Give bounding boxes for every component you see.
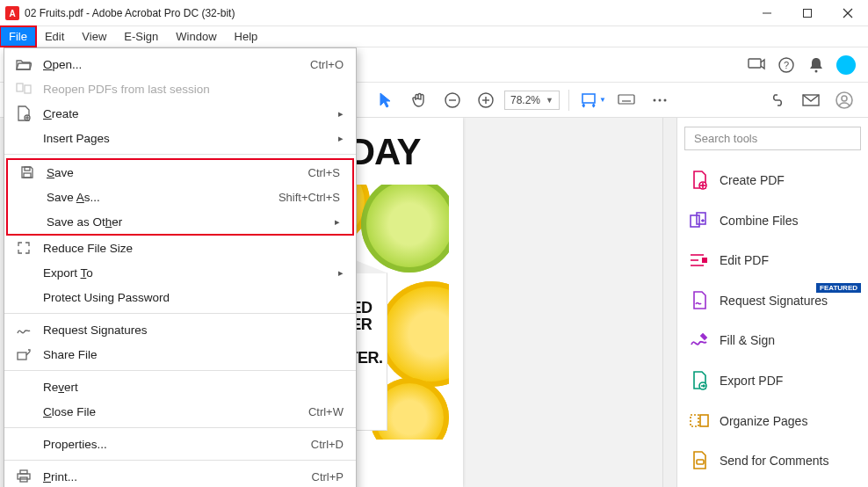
share-screen-icon[interactable] bbox=[741, 50, 771, 80]
help-icon[interactable]: ? bbox=[771, 50, 801, 80]
fill-sign-icon bbox=[690, 331, 709, 350]
svg-text:?: ? bbox=[784, 60, 789, 70]
app-icon: A bbox=[5, 6, 19, 20]
svg-rect-31 bbox=[691, 215, 699, 227]
search-tools-input[interactable]: Search tools bbox=[684, 127, 861, 150]
tool-fill-sign[interactable]: Fill & Sign bbox=[684, 323, 861, 359]
tool-label: Edit PDF bbox=[720, 253, 769, 267]
menu-export-to[interactable]: Export To ▸ bbox=[4, 260, 356, 285]
menu-close-file[interactable]: Close File Ctrl+W bbox=[4, 399, 356, 424]
menu-save-as[interactable]: Save As... Shift+Ctrl+S bbox=[8, 185, 352, 209]
create-icon bbox=[15, 105, 33, 122]
zoom-out-icon[interactable] bbox=[438, 85, 467, 115]
tool-export-pdf[interactable]: Export PDF bbox=[684, 363, 861, 398]
tool-label: Combine Files bbox=[720, 214, 798, 228]
organize-pages-icon bbox=[690, 411, 709, 431]
menu-protect[interactable]: Protect Using Password bbox=[4, 285, 356, 309]
more-icon[interactable] bbox=[645, 85, 675, 115]
hand-tool-icon[interactable] bbox=[404, 85, 434, 115]
menu-save[interactable]: Save Ctrl+S bbox=[8, 160, 352, 185]
combine-files-icon bbox=[690, 211, 709, 230]
menu-reduce-label: Reduce File Size bbox=[43, 242, 133, 255]
tool-label: Request Signatures bbox=[720, 294, 828, 308]
menu-request-signatures[interactable]: Request Signatures bbox=[4, 317, 356, 342]
mail-icon[interactable] bbox=[796, 85, 826, 115]
menu-save-other-label: Save as Other bbox=[47, 215, 122, 229]
save-icon bbox=[18, 164, 36, 181]
menu-properties[interactable]: Properties... Ctrl+D bbox=[4, 432, 356, 456]
menu-share-label: Share File bbox=[43, 348, 98, 361]
tool-send-comments[interactable]: Send for Comments bbox=[684, 443, 861, 478]
menu-reopen: Reopen PDFs from last session bbox=[4, 76, 356, 101]
tool-label: Export PDF bbox=[720, 374, 783, 388]
menu-save-shortcut: Ctrl+S bbox=[308, 166, 340, 179]
menu-close-label: Close File bbox=[43, 405, 96, 418]
menu-save-other[interactable]: Save as Other ▸ bbox=[8, 209, 352, 234]
edit-pdf-icon bbox=[690, 251, 709, 270]
share-icon bbox=[15, 345, 33, 363]
scrollbar[interactable] bbox=[662, 118, 676, 487]
menu-insert-label: Insert Pages bbox=[43, 132, 110, 145]
menu-open-shortcut: Ctrl+O bbox=[310, 58, 344, 71]
user-avatar[interactable] bbox=[831, 50, 861, 80]
menu-revert[interactable]: Revert bbox=[4, 374, 356, 399]
link-icon[interactable] bbox=[763, 85, 792, 115]
zoom-in-icon[interactable] bbox=[471, 85, 501, 115]
tool-combine-files[interactable]: Combine Files bbox=[684, 203, 861, 238]
svg-point-23 bbox=[658, 98, 661, 101]
menu-reduce-size[interactable]: Reduce File Size bbox=[4, 236, 356, 260]
folder-open-icon bbox=[15, 55, 33, 73]
menu-open-label: Open... bbox=[43, 58, 82, 71]
menu-close-shortcut: Ctrl+W bbox=[308, 405, 344, 418]
window-title: 02 Fruits.pdf - Adobe Acrobat Pro DC (32… bbox=[25, 7, 235, 19]
svg-rect-42 bbox=[25, 85, 31, 93]
menu-window[interactable]: Window bbox=[167, 26, 225, 47]
maximize-button[interactable] bbox=[787, 0, 828, 26]
menu-help[interactable]: Help bbox=[226, 26, 267, 47]
menu-print[interactable]: Print... Ctrl+P bbox=[4, 464, 356, 487]
minimize-button[interactable] bbox=[747, 0, 787, 26]
send-comments-icon bbox=[690, 451, 709, 470]
menu-esign[interactable]: E-Sign bbox=[115, 26, 167, 47]
file-menu-dropdown: Open... Ctrl+O Reopen PDFs from last ses… bbox=[4, 47, 357, 487]
window-controls bbox=[747, 0, 868, 26]
bell-icon[interactable] bbox=[801, 50, 831, 80]
tool-edit-pdf[interactable]: Edit PDF bbox=[684, 243, 861, 278]
svg-rect-41 bbox=[17, 84, 23, 91]
submenu-arrow-icon: ▸ bbox=[338, 133, 344, 144]
menu-create-label: Create bbox=[43, 107, 79, 120]
svg-rect-48 bbox=[18, 353, 26, 360]
profile-icon[interactable] bbox=[829, 85, 859, 115]
tools-panel: Search tools Create PDF Combine Files Ed… bbox=[676, 118, 868, 487]
fit-width-icon[interactable]: ▼ bbox=[578, 85, 608, 115]
svg-point-27 bbox=[842, 96, 847, 101]
submenu-arrow-icon: ▸ bbox=[338, 108, 344, 120]
svg-rect-40 bbox=[697, 460, 704, 464]
signature-icon bbox=[15, 321, 33, 338]
tool-create-pdf[interactable]: Create PDF bbox=[684, 163, 861, 198]
close-button[interactable] bbox=[828, 0, 868, 26]
svg-point-9 bbox=[815, 69, 818, 72]
menu-save-label: Save bbox=[47, 166, 74, 179]
selection-tool-icon[interactable] bbox=[371, 85, 401, 115]
save-group-highlight: Save Ctrl+S Save As... Shift+Ctrl+S Save… bbox=[6, 158, 354, 236]
tool-request-signatures[interactable]: FEATURED Request Signatures bbox=[684, 283, 861, 318]
tool-label: Organize Pages bbox=[720, 414, 807, 428]
menu-file[interactable]: File bbox=[0, 26, 36, 47]
svg-rect-6 bbox=[749, 59, 761, 68]
keyboard-icon[interactable] bbox=[611, 85, 641, 115]
svg-rect-16 bbox=[618, 95, 634, 104]
svg-rect-15 bbox=[582, 94, 595, 103]
svg-rect-36 bbox=[702, 258, 707, 263]
menu-view[interactable]: View bbox=[73, 26, 115, 47]
print-icon bbox=[15, 468, 33, 485]
menu-open[interactable]: Open... Ctrl+O bbox=[4, 52, 356, 76]
tool-organize-pages[interactable]: Organize Pages bbox=[684, 403, 861, 439]
menu-create[interactable]: Create ▸ bbox=[4, 101, 356, 126]
menu-save-as-shortcut: Shift+Ctrl+S bbox=[278, 191, 340, 204]
svg-rect-50 bbox=[18, 474, 30, 479]
zoom-level[interactable]: 78.2% ▼ bbox=[504, 91, 560, 110]
menu-share-file[interactable]: Share File bbox=[4, 342, 356, 367]
menu-edit[interactable]: Edit bbox=[36, 26, 73, 47]
menu-insert-pages[interactable]: Insert Pages ▸ bbox=[4, 126, 356, 150]
